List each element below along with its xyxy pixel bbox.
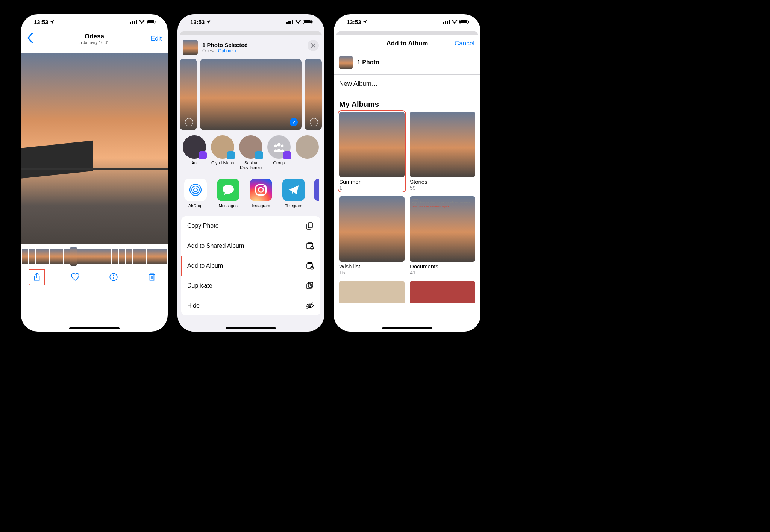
contact-name: Olya Lisiana bbox=[211, 161, 234, 165]
new-album-row[interactable]: New Album… bbox=[334, 75, 480, 93]
selection-check-icon[interactable] bbox=[290, 118, 298, 126]
action-label: Hide bbox=[187, 302, 200, 309]
home-indicator[interactable] bbox=[382, 327, 432, 329]
shared-album-icon bbox=[305, 241, 314, 250]
screen-share-sheet: 13:53 1 Photo Selected Odesa Options › bbox=[177, 14, 324, 332]
share-photo-next[interactable] bbox=[305, 59, 322, 130]
duplicate-icon bbox=[305, 281, 314, 290]
album-name: Stories bbox=[410, 179, 475, 185]
copy-photo-row[interactable]: Copy Photo bbox=[181, 216, 320, 236]
back-button[interactable] bbox=[27, 33, 33, 45]
share-app-airdrop[interactable]: AirDrop bbox=[183, 179, 208, 208]
action-label: Add to Album bbox=[187, 262, 223, 269]
share-app-telegram[interactable]: Telegram bbox=[281, 179, 306, 208]
selection-thumb bbox=[339, 56, 353, 69]
share-options-link[interactable]: Options › bbox=[218, 48, 236, 53]
contact-name: Sabina Kravchenko bbox=[240, 161, 262, 170]
add-to-shared-album-row[interactable]: Add to Shared Album bbox=[181, 236, 320, 256]
share-contact[interactable] bbox=[295, 135, 319, 170]
airdrop-icon bbox=[184, 179, 207, 201]
svg-point-26 bbox=[259, 188, 264, 192]
home-indicator[interactable] bbox=[69, 327, 120, 329]
home-indicator[interactable] bbox=[226, 327, 276, 329]
share-subtitle-location: Odesa bbox=[202, 48, 215, 53]
avatar bbox=[239, 135, 262, 159]
photo-thumbnail-strip[interactable] bbox=[21, 246, 168, 267]
add-to-album-selection: 1 Photo bbox=[334, 53, 480, 75]
svg-rect-31 bbox=[308, 243, 312, 243]
duplicate-row[interactable]: Duplicate bbox=[181, 276, 320, 296]
add-to-album-row[interactable]: Add to Album bbox=[181, 256, 320, 276]
svg-rect-35 bbox=[308, 263, 312, 264]
share-app-messages[interactable]: Messages bbox=[215, 179, 241, 208]
add-to-album-title: Add to Album bbox=[387, 40, 428, 47]
viber-badge-icon bbox=[283, 151, 291, 159]
wifi-icon bbox=[452, 20, 458, 24]
share-subtitle: Odesa Options › bbox=[202, 48, 248, 53]
photo-title: Odesa bbox=[80, 33, 109, 40]
messages-icon bbox=[217, 179, 239, 201]
svg-point-33 bbox=[312, 247, 312, 248]
edit-button[interactable]: Edit bbox=[151, 35, 162, 42]
album-partial[interactable] bbox=[339, 281, 405, 303]
share-apps-row[interactable]: AirDrop Messages Instagram Telegram bbox=[177, 173, 324, 214]
share-contacts-row[interactable]: Ani Olya Lisiana Sabina Kravchenko Group bbox=[177, 130, 324, 173]
share-photo-selected[interactable] bbox=[200, 59, 302, 130]
share-header-thumb bbox=[183, 40, 198, 55]
svg-rect-14 bbox=[292, 20, 293, 24]
add-to-album-icon bbox=[305, 261, 314, 270]
selection-circle-icon[interactable] bbox=[185, 118, 193, 126]
photo-viewer[interactable] bbox=[21, 53, 168, 244]
share-contact[interactable]: Sabina Kravchenko bbox=[239, 135, 263, 170]
svg-point-32 bbox=[311, 246, 314, 249]
status-time-text: 13:53 bbox=[347, 19, 361, 25]
album-summer[interactable]: Summer 1 bbox=[339, 112, 405, 191]
album-count: 59 bbox=[410, 185, 475, 191]
status-bar: 13:53 bbox=[334, 14, 480, 29]
share-button[interactable] bbox=[29, 269, 45, 285]
svg-point-23 bbox=[192, 186, 199, 194]
album-cover: wallet.Write it down and store it somewh… bbox=[410, 196, 475, 262]
photo-toolbar bbox=[21, 267, 168, 287]
share-app-instagram[interactable]: Instagram bbox=[248, 179, 273, 208]
album-name: Documents bbox=[410, 263, 475, 270]
album-partial[interactable] bbox=[410, 281, 475, 303]
favorite-button[interactable] bbox=[67, 269, 83, 285]
album-cover bbox=[339, 112, 405, 177]
share-app-more[interactable] bbox=[314, 179, 319, 201]
album-stories[interactable]: Stories 59 bbox=[410, 112, 475, 191]
status-bar: 13:53 bbox=[177, 14, 324, 29]
album-wishlist[interactable]: Wish list 15 bbox=[339, 196, 405, 276]
svg-rect-47 bbox=[460, 20, 467, 23]
svg-rect-6 bbox=[147, 20, 154, 23]
share-photo-prev[interactable] bbox=[180, 59, 197, 130]
svg-line-40 bbox=[307, 303, 313, 309]
album-cover bbox=[339, 196, 405, 262]
close-button[interactable] bbox=[308, 40, 319, 51]
heart-icon bbox=[70, 272, 80, 282]
share-contact[interactable]: Olya Lisiana bbox=[211, 135, 235, 170]
battery-icon bbox=[459, 20, 469, 24]
svg-rect-28 bbox=[308, 223, 312, 228]
svg-rect-1 bbox=[132, 21, 133, 24]
selection-circle-icon[interactable] bbox=[310, 118, 318, 126]
delete-button[interactable] bbox=[144, 269, 160, 285]
location-icon bbox=[362, 20, 367, 24]
svg-point-22 bbox=[194, 188, 197, 192]
album-count: 1 bbox=[339, 185, 405, 191]
share-photo-strip[interactable] bbox=[177, 59, 324, 130]
share-title: 1 Photo Selected bbox=[202, 42, 248, 48]
share-contact[interactable]: Ani bbox=[183, 135, 206, 170]
svg-rect-43 bbox=[447, 21, 448, 24]
svg-point-45 bbox=[454, 23, 455, 24]
info-icon bbox=[109, 272, 118, 282]
cellular-icon bbox=[286, 20, 293, 24]
cancel-button[interactable]: Cancel bbox=[455, 40, 474, 47]
album-documents[interactable]: wallet.Write it down and store it somewh… bbox=[410, 196, 475, 276]
status-time-text: 13:53 bbox=[34, 19, 48, 25]
svg-rect-48 bbox=[468, 21, 469, 23]
hide-row[interactable]: Hide bbox=[181, 296, 320, 315]
svg-rect-11 bbox=[286, 22, 288, 24]
info-button[interactable] bbox=[105, 269, 122, 285]
share-contact-group[interactable]: Group bbox=[267, 135, 291, 170]
